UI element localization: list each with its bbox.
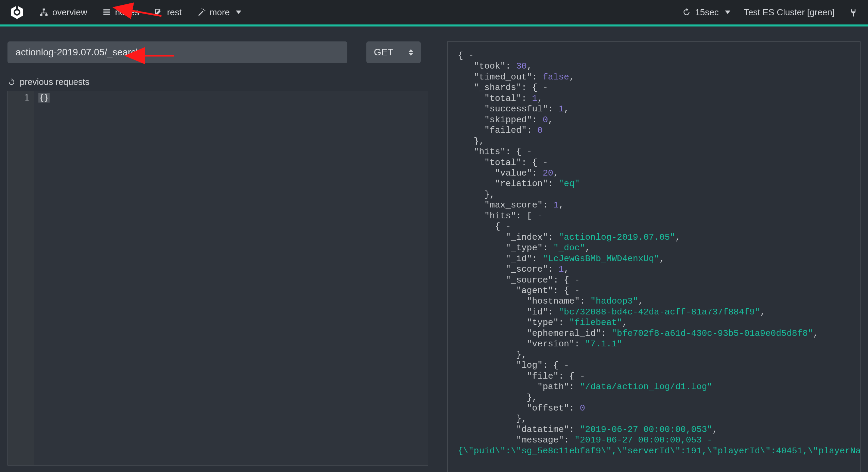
- svg-point-2: [15, 11, 19, 14]
- list-icon: [102, 8, 111, 17]
- request-panel: GET previous requests 1 {}: [7, 41, 428, 472]
- nav-more-label: more: [210, 7, 230, 18]
- previous-requests-toggle[interactable]: previous requests: [7, 77, 428, 87]
- sitemap-icon: [39, 8, 48, 17]
- chevron-down-icon: [236, 11, 241, 14]
- navbar: overview nodes rest more 15sec Test ES C…: [0, 0, 868, 24]
- nav-more[interactable]: more: [197, 7, 241, 18]
- nav-rest-label: rest: [167, 7, 181, 18]
- svg-rect-3: [16, 5, 18, 9]
- svg-rect-5: [40, 14, 42, 16]
- refresh-interval-label: 15sec: [695, 7, 718, 18]
- line-number: 1: [8, 93, 29, 103]
- svg-rect-8: [103, 12, 110, 13]
- refresh-icon: [682, 8, 691, 17]
- svg-point-12: [202, 8, 202, 9]
- nav-overview-label: overview: [52, 7, 87, 18]
- response-pane[interactable]: { - "took": 30, "timed_out": false, "_sh…: [447, 41, 861, 472]
- http-method-value: GET: [374, 47, 394, 58]
- cluster-name[interactable]: Test ES Cluster [green]: [744, 7, 835, 18]
- plug-icon[interactable]: [848, 7, 858, 17]
- nav-nodes-label: nodes: [115, 7, 139, 18]
- nav-overview[interactable]: overview: [39, 7, 87, 18]
- select-updown-icon: [409, 49, 413, 56]
- svg-rect-6: [45, 14, 48, 16]
- svg-point-11: [204, 10, 205, 11]
- editor-gutter: 1: [8, 91, 34, 465]
- workarea: GET previous requests 1 {} { - "took": 3…: [0, 26, 868, 472]
- refresh-interval[interactable]: 15sec: [682, 7, 730, 18]
- magic-wand-icon: [197, 8, 206, 17]
- nav-nodes[interactable]: nodes: [102, 7, 139, 18]
- request-body-editor[interactable]: 1 {}: [7, 91, 428, 466]
- pencil-square-icon: [154, 8, 163, 17]
- request-url-input[interactable]: [7, 41, 347, 63]
- http-method-select[interactable]: GET: [366, 41, 421, 63]
- svg-rect-7: [103, 9, 110, 10]
- editor-body[interactable]: {}: [34, 91, 428, 465]
- editor-content: {}: [38, 93, 50, 103]
- app-logo[interactable]: [10, 5, 24, 20]
- nav-rest[interactable]: rest: [154, 7, 181, 18]
- previous-requests-label: previous requests: [20, 77, 89, 87]
- svg-rect-4: [43, 8, 45, 10]
- history-icon: [7, 78, 16, 86]
- chevron-down-icon: [725, 11, 730, 14]
- svg-rect-9: [103, 14, 110, 15]
- svg-point-10: [203, 9, 204, 10]
